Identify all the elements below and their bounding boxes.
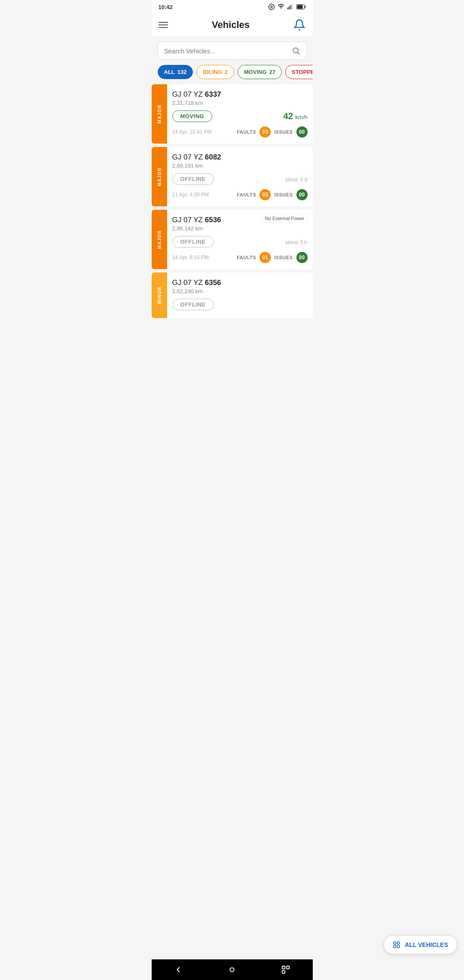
svg-rect-15 — [282, 966, 285, 969]
bottom-nav — [152, 959, 313, 980]
status-badge-6356: OFFLINE — [172, 299, 214, 310]
vehicle-card-6082[interactable]: MAJOR GJ 07 YZ 6082 2,89,191 km OFFLINE … — [152, 147, 313, 206]
back-button[interactable] — [171, 962, 186, 977]
severity-bar-6082: MAJOR — [152, 147, 167, 206]
faults-issues-6536: FAULTS 01 ISSUES 00 — [237, 252, 307, 263]
speed-display-6337: 42 km/h — [284, 111, 308, 121]
vehicle-id-6337: GJ 07 YZ 6337 — [172, 90, 308, 99]
faults-badge-6536: 01 — [259, 252, 271, 263]
faults-label-6337: FAULTS — [237, 129, 256, 135]
faults-issues-6082: FAULTS 03 ISSUES 00 — [237, 189, 307, 200]
faults-label-6082: FAULTS — [237, 192, 256, 197]
vehicle-km-6536: 2,96,142 km — [172, 225, 308, 232]
gear-icon — [268, 3, 275, 10]
status-row-6356: OFFLINE — [172, 299, 308, 310]
faults-badge-6082: 03 — [259, 189, 271, 200]
issues-badge-6536: 00 — [296, 252, 308, 263]
severity-bar-6356: MINOR — [152, 273, 167, 318]
faults-label-6536: FAULTS — [237, 255, 256, 260]
tab-stopped-label: STOPPED — [292, 69, 313, 75]
search-input[interactable] — [164, 47, 287, 55]
vehicle-list: MAJOR GJ 07 YZ 6337 2,31,718 km MOVING 4… — [152, 84, 313, 322]
svg-point-8 — [293, 48, 298, 53]
time: 10:42 — [159, 4, 173, 10]
home-button[interactable] — [224, 962, 240, 977]
status-row-6337: MOVING 42 km/h — [172, 110, 308, 122]
status-badge-6082: OFFLINE — [172, 173, 214, 185]
card-footer-6082: 11 Apr, 4:30 PM FAULTS 03 ISSUES 00 — [172, 189, 308, 200]
tab-moving-label: MOVING — [244, 69, 267, 75]
tab-moving[interactable]: MOVING 27 — [238, 65, 282, 79]
svg-point-0 — [271, 6, 272, 8]
menu-button[interactable] — [159, 22, 168, 28]
since-display-6536: since 3 h — [285, 238, 307, 246]
recents-button[interactable] — [278, 962, 293, 977]
status-row-6082: OFFLINE since 3 d — [172, 173, 308, 185]
search-icon — [292, 46, 300, 55]
vehicle-km-6337: 2,31,718 km — [172, 100, 308, 106]
card-body-6356: GJ 07 YZ 6356 3,82,240 km OFFLINE — [167, 273, 313, 318]
status-row-6536: OFFLINE since 3 h — [172, 236, 308, 248]
svg-rect-17 — [282, 971, 285, 973]
issues-badge-6082: 00 — [296, 189, 308, 200]
tab-all-count: 132 — [177, 69, 187, 75]
tab-idling[interactable]: IDLING 2 — [196, 65, 234, 79]
tab-moving-count: 27 — [269, 69, 275, 75]
tab-all-label: ALL — [164, 69, 175, 75]
card-footer-6536: 14 Apr, 8:16 PM FAULTS 01 ISSUES 00 — [172, 252, 308, 263]
svg-rect-6 — [297, 5, 302, 9]
timestamp-6082: 11 Apr, 4:30 PM — [172, 192, 209, 198]
severity-bar-6536: MAJOR — [152, 210, 167, 269]
battery-icon — [296, 4, 306, 10]
status-badge-6337: MOVING — [172, 110, 213, 122]
search-bar[interactable] — [158, 42, 307, 60]
vehicle-id-6082: GJ 07 YZ 6082 — [172, 153, 308, 162]
issues-label-6082: ISSUES — [274, 192, 293, 197]
tab-stopped[interactable]: STOPPED 4 — [285, 65, 313, 79]
signal-icon — [287, 3, 294, 10]
timestamp-6536: 14 Apr, 8:16 PM — [172, 254, 209, 260]
filter-tabs: ALL 132 IDLING 2 MOVING 27 STOPPED 4 — [152, 65, 313, 84]
wifi-icon — [278, 3, 284, 10]
issues-label-6536: ISSUES — [274, 255, 293, 260]
tab-all[interactable]: ALL 132 — [158, 65, 193, 79]
svg-rect-1 — [287, 7, 288, 9]
vehicle-id-6356: GJ 07 YZ 6356 — [172, 279, 308, 287]
severity-bar-6337: MAJOR — [152, 84, 167, 144]
card-body-6082: GJ 07 YZ 6082 2,89,191 km OFFLINE since … — [167, 147, 313, 206]
vehicle-km-6356: 3,82,240 km — [172, 288, 308, 294]
bell-icon[interactable] — [293, 19, 305, 31]
status-icons — [268, 3, 306, 10]
no-ext-power-badge-6536: No External Power — [261, 214, 308, 223]
vehicle-card-6536[interactable]: No External Power MAJOR GJ 07 YZ 6536 2,… — [152, 210, 313, 269]
since-display-6082: since 3 d — [285, 175, 307, 183]
status-bar: 10:42 — [152, 0, 313, 14]
vehicle-km-6082: 2,89,191 km — [172, 162, 308, 169]
faults-issues-6337: FAULTS 03 ISSUES 00 — [237, 126, 307, 138]
timestamp-6337: 14 Apr, 10:41 PM — [172, 129, 212, 135]
svg-rect-3 — [290, 5, 291, 9]
svg-point-14 — [230, 968, 234, 971]
svg-rect-2 — [289, 6, 290, 9]
vehicle-card-6356[interactable]: MINOR GJ 07 YZ 6356 3,82,240 km OFFLINE — [152, 273, 313, 318]
issues-badge-6337: 00 — [296, 126, 308, 138]
svg-line-9 — [297, 52, 299, 55]
svg-rect-16 — [287, 966, 289, 969]
svg-rect-7 — [305, 6, 305, 8]
tab-idling-count: 2 — [225, 69, 228, 75]
card-footer-6337: 14 Apr, 10:41 PM FAULTS 03 ISSUES 00 — [172, 126, 308, 138]
page-title: Vehicles — [212, 19, 250, 31]
status-badge-6536: OFFLINE — [172, 236, 214, 248]
faults-badge-6337: 03 — [259, 126, 271, 138]
card-body-6337: GJ 07 YZ 6337 2,31,718 km MOVING 42 km/h… — [167, 84, 313, 144]
issues-label-6337: ISSUES — [274, 129, 293, 135]
vehicle-card-6337[interactable]: MAJOR GJ 07 YZ 6337 2,31,718 km MOVING 4… — [152, 84, 313, 144]
tab-idling-label: IDLING — [203, 69, 222, 75]
top-nav: Vehicles — [152, 14, 313, 37]
svg-rect-4 — [291, 4, 292, 9]
